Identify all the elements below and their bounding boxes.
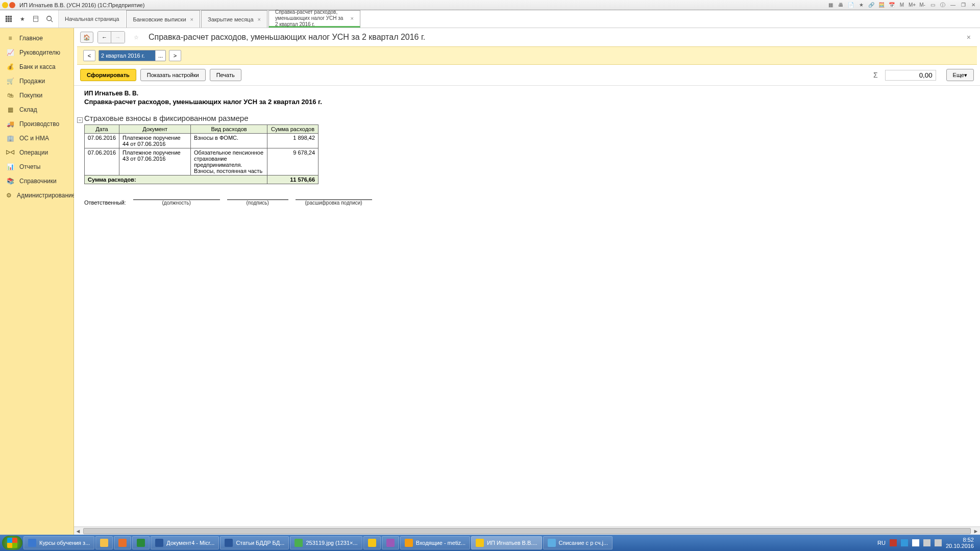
forward-button[interactable]: → xyxy=(111,32,125,43)
task-item[interactable] xyxy=(114,536,131,549)
window-title: ИП Игнатьев В.В. (УСН 2016) (1С:Предприя… xyxy=(19,2,144,8)
print-button[interactable]: Печать xyxy=(210,69,241,81)
favorite-icon[interactable]: ★ xyxy=(856,1,866,9)
tab-label: Закрытие месяца xyxy=(208,16,254,22)
tab-report[interactable]: Справка-расчет расходов, уменьшающих нал… xyxy=(268,10,360,28)
task-item[interactable]: 253119.jpg (1231×... xyxy=(290,536,362,549)
sidebar-item-sales[interactable]: 🛒Продажи xyxy=(0,74,74,88)
col-doc: Документ xyxy=(119,125,191,134)
scroll-left-icon[interactable]: ◄ xyxy=(74,528,82,535)
task-item[interactable] xyxy=(382,536,399,549)
basket-icon: 🛍 xyxy=(6,91,14,99)
tool-icon-2[interactable]: 🖶 xyxy=(836,1,845,9)
sum-field[interactable] xyxy=(885,70,936,81)
tool-icon-3[interactable]: 📄 xyxy=(846,1,855,9)
report-subtitle: Справка-расчет расходов, уменьшающих нал… xyxy=(84,98,970,106)
period-prev-button[interactable]: < xyxy=(83,50,95,61)
language-indicator[interactable]: RU xyxy=(877,540,886,546)
task-item[interactable] xyxy=(132,536,150,549)
clock[interactable]: 8:52 20.10.2016 xyxy=(946,537,974,549)
bank-icon: 💰 xyxy=(6,63,14,71)
tray-icon[interactable] xyxy=(890,539,897,546)
excel-icon xyxy=(137,539,145,547)
period-next-button[interactable]: > xyxy=(169,50,181,61)
task-item[interactable]: Списание с р сч.j... xyxy=(543,536,613,549)
more-button[interactable]: Еще ▾ xyxy=(946,69,974,81)
restore-icon[interactable]: ❐ xyxy=(959,1,968,9)
table-row[interactable]: 07.06.2016 Платежное поручение 43 от 07.… xyxy=(85,148,318,176)
sidebar-item-manager[interactable]: 📈Руководителю xyxy=(0,45,74,60)
search-icon[interactable] xyxy=(46,14,54,23)
task-item[interactable] xyxy=(363,536,381,549)
task-item[interactable]: ИП Игнатьев В.В.... xyxy=(471,536,542,549)
memory-mplus[interactable]: M+ xyxy=(908,1,917,9)
generate-button[interactable]: Сформировать xyxy=(80,69,136,81)
minimize-icon[interactable]: — xyxy=(948,1,958,9)
back-button[interactable]: ← xyxy=(98,32,111,43)
collapse-button[interactable]: − xyxy=(77,117,83,123)
star-icon[interactable]: ★ xyxy=(19,14,27,23)
memory-m[interactable]: M xyxy=(897,1,906,9)
sidebar-item-production[interactable]: 🚚Производство xyxy=(0,117,74,131)
network-icon[interactable] xyxy=(935,539,942,546)
task-item[interactable]: Документ4 - Мicr... xyxy=(151,536,219,549)
tab-close-icon[interactable]: × xyxy=(351,15,354,21)
sidebar-item-label: Справочники xyxy=(19,178,57,185)
calc-icon[interactable]: 🧮 xyxy=(877,1,886,9)
sidebar-item-reports[interactable]: 📊Отчеты xyxy=(0,160,74,174)
task-item[interactable]: Статьи БДДР БД... xyxy=(220,536,289,549)
panel-icon[interactable]: ▭ xyxy=(928,1,937,9)
sidebar-item-label: Руководителю xyxy=(19,49,60,56)
tab-close-icon[interactable]: × xyxy=(258,16,261,22)
sidebar-item-purchases[interactable]: 🛍Покупки xyxy=(0,88,74,103)
sidebar-item-warehouse[interactable]: ▦Склад xyxy=(0,103,74,117)
period-input[interactable] xyxy=(99,51,155,61)
cart-icon: 🛒 xyxy=(6,77,14,85)
dropdown-icon[interactable] xyxy=(9,2,15,8)
task-item[interactable]: Курсы обучения з... xyxy=(23,536,94,549)
tab-closing[interactable]: Закрытие месяца× xyxy=(201,10,267,28)
expenses-table: Дата Документ Вид расходов Сумма расходо… xyxy=(84,124,318,184)
memory-mminus[interactable]: M- xyxy=(918,1,927,9)
workspace: ≡Главное 📈Руководителю 💰Банк и касса 🛒Пр… xyxy=(0,28,980,535)
cell-sum: 1 898,42 xyxy=(267,134,318,148)
sidebar-item-assets[interactable]: 🏢ОС и НМА xyxy=(0,131,74,145)
sidebar-item-label: ОС и НМА xyxy=(19,135,49,142)
svg-rect-5 xyxy=(10,18,12,20)
tray-icon[interactable] xyxy=(901,539,908,546)
close-icon[interactable]: ✕ xyxy=(969,1,978,9)
cell-kind: Взносы в ФОМС. xyxy=(191,134,267,148)
cell-doc: Платежное поручение 43 от 07.06.2016 xyxy=(119,148,191,176)
history-icon[interactable] xyxy=(32,14,40,23)
table-row[interactable]: 07.06.2016 Платежное поручение 44 от 07.… xyxy=(85,134,318,148)
start-button[interactable] xyxy=(2,536,22,550)
tab-close-icon[interactable]: × xyxy=(190,16,193,22)
tab-bank[interactable]: Банковские выписки× xyxy=(126,10,200,28)
sidebar-item-operations[interactable]: ᐅᐊОперации xyxy=(0,145,74,160)
show-settings-button[interactable]: Показать настройки xyxy=(140,69,206,81)
sidebar-item-bank[interactable]: 💰Банк и касса xyxy=(0,60,74,74)
tool-icon-1[interactable]: ▦ xyxy=(826,1,835,9)
volume-icon[interactable] xyxy=(923,539,930,546)
horizontal-scrollbar[interactable]: ◄ ► xyxy=(74,527,980,535)
info-icon[interactable]: ⓘ xyxy=(938,1,947,9)
calendar-icon[interactable]: 📅 xyxy=(887,1,896,9)
favorite-button[interactable]: ☆ xyxy=(131,32,141,42)
sidebar-item-main[interactable]: ≡Главное xyxy=(0,31,74,45)
tab-home[interactable]: Начальная страница xyxy=(59,10,125,28)
sidebar-item-catalogs[interactable]: 📚Справочники xyxy=(0,174,74,188)
period-picker-button[interactable]: ... xyxy=(155,51,165,61)
task-item[interactable]: Входящие - metiz... xyxy=(400,536,470,549)
truck-icon: 🚚 xyxy=(6,120,14,128)
apps-icon[interactable] xyxy=(5,14,13,23)
home-button[interactable]: 🏠 xyxy=(80,32,93,43)
scroll-right-icon[interactable]: ► xyxy=(972,528,980,535)
sidebar-item-label: Отчеты xyxy=(19,163,40,170)
close-page-button[interactable]: × xyxy=(964,33,974,41)
tool-icon-5[interactable]: 🔗 xyxy=(867,1,876,9)
tray-icon[interactable] xyxy=(912,539,919,546)
scroll-thumb[interactable] xyxy=(83,528,971,534)
windows-icon xyxy=(7,538,17,548)
task-item[interactable] xyxy=(95,536,113,549)
sidebar-item-admin[interactable]: ⚙Администрирование xyxy=(0,188,74,203)
